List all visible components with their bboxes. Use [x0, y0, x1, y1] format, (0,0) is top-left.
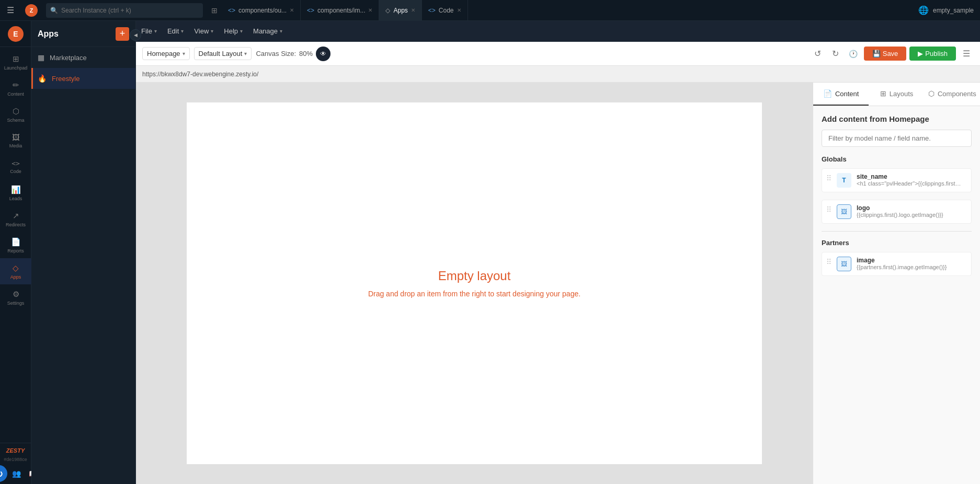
- hamburger-menu-icon[interactable]: ☰: [0, 0, 21, 21]
- field-name-label-3: image: [857, 257, 967, 264]
- sidebar-item-redirects[interactable]: ↗ Redirects: [0, 206, 31, 232]
- canvas-and-panel: Empty layout Drag and drop an item from …: [136, 83, 980, 484]
- field-type-text-icon: T: [837, 173, 851, 188]
- tab-close-icon-4[interactable]: ✕: [457, 7, 461, 13]
- drag-handle-icon-3[interactable]: ⠿: [826, 258, 831, 266]
- tab-label: components/im...: [317, 7, 365, 14]
- apps-item-label: Marketplace: [50, 54, 87, 62]
- right-panel-section-title: Add content from Homepage: [822, 114, 972, 123]
- leads-icon: 📊: [11, 185, 21, 194]
- sidebar-item-label: Reports: [7, 248, 24, 253]
- tab-components-ou[interactable]: <> components/ou... ✕: [222, 0, 301, 21]
- logo-circle: Z: [25, 4, 38, 17]
- field-type-image-icon: 🖼: [837, 204, 851, 219]
- homepage-dropdown[interactable]: Homepage ▾: [142, 47, 190, 60]
- sidebar-item-code[interactable]: <> Code: [0, 154, 31, 180]
- partners-field-image: ⠿ 🖼 image {{partners.first().image.getIm…: [822, 252, 972, 276]
- tab-close-icon-3[interactable]: ✕: [411, 7, 415, 13]
- undo-button[interactable]: ↺: [811, 47, 825, 61]
- media-icon: 🖼: [12, 133, 20, 142]
- right-panel-tab-components[interactable]: ⬡ Components: [925, 83, 980, 106]
- topbar-right: 🌐 empty_sample: [918, 5, 980, 15]
- manage-menu[interactable]: Manage ▾: [248, 21, 288, 42]
- sidebar-item-launchpad[interactable]: ⊞ Launchpad: [0, 49, 31, 75]
- save-history-button[interactable]: 🕐: [846, 47, 861, 61]
- content-tab-label: Content: [835, 90, 859, 98]
- empty-layout-title: Empty layout: [438, 269, 511, 283]
- help-menu-arrow: ▾: [240, 28, 243, 34]
- code-brackets-icon: <>: [12, 159, 20, 167]
- users-icon[interactable]: 👥: [9, 466, 24, 481]
- eye-toggle-button[interactable]: 👁: [316, 47, 331, 61]
- homepage-dropdown-arrow: ▾: [183, 51, 185, 56]
- search-icon: 🔍: [50, 7, 58, 14]
- canvas-size-label: Canvas Size:: [256, 50, 296, 57]
- tab-close-icon[interactable]: ✕: [290, 7, 294, 13]
- canvas-content: Empty layout Drag and drop an item from …: [187, 102, 762, 464]
- search-input[interactable]: [61, 7, 199, 14]
- user-avatar: E: [8, 26, 24, 42]
- right-panel-tab-content[interactable]: 📄 Content: [813, 83, 869, 106]
- redo-button[interactable]: ↻: [828, 47, 843, 61]
- manage-menu-arrow: ▾: [280, 28, 282, 34]
- tab-apps[interactable]: ◇ Apps ✕: [379, 0, 421, 21]
- search-bar[interactable]: 🔍: [46, 3, 203, 18]
- content-area: File ▾ Edit ▾ View ▾ Help ▾ Manage ▾: [136, 21, 980, 484]
- sidebar-item-media[interactable]: 🖼 Media: [0, 128, 31, 154]
- apps-add-button[interactable]: +: [116, 27, 129, 41]
- top-bar: ☰ Z 🔍 ⊞ <> components/ou... ✕ <> compone…: [0, 0, 980, 21]
- tab-code[interactable]: <> Code ✕: [422, 0, 468, 21]
- code-icon-2: <>: [307, 7, 314, 14]
- components-tab-label: Components: [938, 90, 976, 98]
- field-value-label-3: {{partners.first().image.getImage()}}: [857, 264, 961, 270]
- right-panel-tabs: 📄 Content ⊞ Layouts ⬡ Components: [813, 83, 980, 106]
- panel-collapse-button[interactable]: ◀: [130, 29, 141, 41]
- empty-layout-subtitle: Drag and drop an item from the right to …: [368, 290, 580, 298]
- drag-handle-icon[interactable]: ⠿: [826, 174, 831, 182]
- view-menu-arrow: ▾: [211, 28, 213, 34]
- file-menu-label: File: [141, 27, 152, 35]
- filter-icon[interactable]: ⊞: [211, 6, 218, 15]
- field-info-3: image {{partners.first().image.getImage(…: [857, 257, 967, 270]
- tab-close-icon-2[interactable]: ✕: [368, 7, 372, 13]
- globe-icon[interactable]: 🌐: [918, 5, 929, 15]
- content-filter-input[interactable]: [822, 130, 972, 147]
- layout-dropdown[interactable]: Default Layout ▾: [194, 47, 252, 60]
- apps-item-marketplace[interactable]: ▦ Marketplace: [31, 47, 135, 68]
- field-type-image-icon-2: 🖼: [837, 257, 851, 271]
- edit-menu[interactable]: Edit ▾: [162, 21, 189, 42]
- apps-item-label: Freestyle: [52, 75, 79, 83]
- right-panel-tab-layouts[interactable]: ⊞ Layouts: [869, 83, 924, 106]
- user-profile[interactable]: E: [0, 21, 31, 47]
- freestyle-icon: 🔥: [38, 74, 47, 83]
- sidebar-item-label: Media: [9, 143, 22, 148]
- save-label: Save: [883, 50, 898, 57]
- apps-item-freestyle[interactable]: 🔥 Freestyle: [31, 68, 135, 89]
- field-info: site_name <h1 class="pvlHeader">{{clippi…: [857, 173, 967, 187]
- sidebar-item-leads[interactable]: 📊 Leads: [0, 180, 31, 206]
- sidebar-item-schema[interactable]: ⬡ Schema: [0, 101, 31, 128]
- sidebar-item-content[interactable]: ✏ Content: [0, 75, 31, 101]
- save-button[interactable]: 💾 Save: [864, 47, 907, 61]
- apps-panel-nav: ▦ Marketplace 🔥 Freestyle: [31, 47, 135, 89]
- diamond-icon: ◇: [385, 7, 390, 14]
- overflow-menu-button[interactable]: ☰: [959, 47, 974, 61]
- main-layout: E ⊞ Launchpad ✏ Content ⬡ Schema 🖼 Media…: [0, 21, 980, 484]
- sidebar-item-apps[interactable]: ◇ Apps: [0, 258, 31, 284]
- power-button[interactable]: ⏻: [0, 465, 7, 482]
- tab-components-im[interactable]: <> components/im... ✕: [301, 0, 379, 21]
- right-panel: 📄 Content ⊞ Layouts ⬡ Components Add con…: [813, 83, 980, 484]
- view-menu[interactable]: View ▾: [189, 21, 219, 42]
- apps-panel: Apps + ▦ Marketplace 🔥 Freestyle ◀: [31, 21, 136, 484]
- help-menu[interactable]: Help ▾: [219, 21, 248, 42]
- tab-label: Apps: [393, 7, 407, 14]
- field-name-label: site_name: [857, 173, 967, 180]
- zesty-branding: ZESTY: [2, 447, 29, 454]
- publish-button[interactable]: ▶ Publish: [909, 47, 956, 61]
- sidebar-item-label: Apps: [10, 274, 21, 280]
- marketplace-icon: ▦: [38, 53, 44, 62]
- sidebar-item-settings[interactable]: ⚙ Settings: [0, 284, 31, 310]
- drag-handle-icon-2[interactable]: ⠿: [826, 205, 831, 214]
- sidebar-item-reports[interactable]: 📄 Reports: [0, 232, 31, 258]
- url-text: https://bkwx8dw7-dev.webengine.zesty.io/: [142, 71, 258, 78]
